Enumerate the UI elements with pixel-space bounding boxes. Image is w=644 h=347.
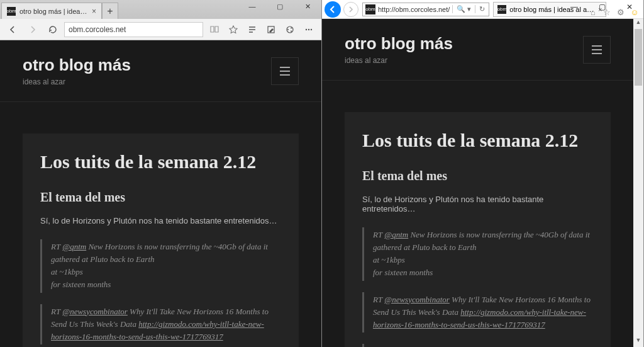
home-icon[interactable]: ⌂ xyxy=(588,7,598,17)
tweet-quote: RT @newsycombinator Why It'll Take New H… xyxy=(40,304,281,344)
forward-button[interactable] xyxy=(343,2,358,17)
page-content-left: otro blog más ideas al azar Los tuits de… xyxy=(0,40,321,347)
site-tagline: ideas al azar xyxy=(345,56,453,65)
site-tagline: ideas al azar xyxy=(23,77,131,86)
edge-window: obm otro blog más | ideas al × + — ▢ ✕ o… xyxy=(0,0,322,347)
svg-point-4 xyxy=(291,30,292,31)
ie-window: obm http://obm.corcoles.net/ 🔍▾ ↻ obm ot… xyxy=(322,0,644,347)
ie-titlebar: obm http://obm.corcoles.net/ 🔍▾ ↻ obm ot… xyxy=(322,0,643,19)
close-tab-icon[interactable]: × xyxy=(92,7,96,16)
site-header: otro blog más ideas al azar xyxy=(322,19,643,81)
svg-point-6 xyxy=(308,28,309,30)
post-lead: Sí, lo de Horizons y Plutón nos ha tenid… xyxy=(40,216,281,225)
tweet-handle[interactable]: @qntm xyxy=(384,230,408,239)
forward-button[interactable] xyxy=(24,21,42,38)
new-tab-button[interactable]: + xyxy=(102,3,118,19)
tools-icon[interactable]: ⚙ xyxy=(616,7,626,17)
tweet-handle[interactable]: @qntm xyxy=(62,242,86,251)
minimize-button[interactable]: — xyxy=(238,0,266,13)
menu-button[interactable] xyxy=(583,36,611,64)
address-text: obm.corcoles.net xyxy=(69,25,126,34)
more-icon[interactable] xyxy=(300,21,318,38)
window-controls: — ▢ ✕ xyxy=(238,0,321,13)
svg-point-2 xyxy=(287,29,289,30)
share-icon[interactable] xyxy=(281,21,299,38)
edge-titlebar: obm otro blog más | ideas al × + — ▢ ✕ xyxy=(0,0,321,19)
edge-tab-title: otro blog más | ideas al xyxy=(19,8,88,15)
tweet-handle[interactable]: @newsycombinator xyxy=(62,307,128,316)
edge-tab[interactable]: obm otro blog más | ideas al × xyxy=(1,3,102,19)
article: Los tuits de la semana 2.12 El tema del … xyxy=(345,112,611,347)
site-favicon: obm xyxy=(7,7,16,16)
site-favicon: obm xyxy=(365,4,375,14)
hub-icon[interactable] xyxy=(243,21,261,38)
minimize-button[interactable]: — xyxy=(560,0,588,14)
site-favicon: obm xyxy=(497,5,506,14)
feedback-icon[interactable]: ☺ xyxy=(630,7,640,17)
site-title[interactable]: otro blog más xyxy=(23,55,131,75)
scroll-thumb[interactable] xyxy=(635,29,642,86)
site-title[interactable]: otro blog más xyxy=(345,34,453,54)
refresh-icon[interactable]: ↻ xyxy=(475,5,489,13)
address-bar[interactable]: obm http://obm.corcoles.net/ 🔍▾ ↻ xyxy=(362,3,489,16)
ie-toolbar-icons: ⌂ ☆ ⚙ ☺ xyxy=(588,7,640,17)
scroll-track[interactable] xyxy=(633,29,643,337)
menu-button[interactable] xyxy=(271,57,299,85)
scroll-down-icon[interactable]: ▼ xyxy=(636,337,641,347)
favorites-icon[interactable]: ☆ xyxy=(602,7,612,17)
tweet-handle[interactable]: @newsycombinator xyxy=(384,295,450,304)
search-segment[interactable]: 🔍▾ xyxy=(452,5,475,13)
svg-point-5 xyxy=(306,28,307,30)
refresh-button[interactable] xyxy=(44,21,62,38)
post-subhead: El tema del mes xyxy=(40,190,281,205)
svg-point-7 xyxy=(311,28,312,30)
favorite-icon[interactable] xyxy=(225,21,242,38)
back-button[interactable] xyxy=(4,21,21,38)
edge-toolbar: obm.corcoles.net xyxy=(0,19,321,40)
tweet-quote: RT @newsycombinator Why It'll Take New H… xyxy=(362,292,593,333)
address-bar[interactable]: obm.corcoles.net xyxy=(64,22,203,37)
svg-point-3 xyxy=(291,27,292,28)
article: Los tuits de la semana 2.12 El tema del … xyxy=(23,134,299,347)
back-button[interactable] xyxy=(325,1,341,18)
scrollbar[interactable]: ▲ ▼ xyxy=(633,19,643,347)
webnote-icon[interactable] xyxy=(262,21,280,38)
maximize-button[interactable]: ▢ xyxy=(266,0,294,13)
address-text: http://obm.corcoles.net/ xyxy=(378,6,452,13)
post-title[interactable]: Los tuits de la semana 2.12 xyxy=(40,151,281,173)
close-window-button[interactable]: ✕ xyxy=(294,0,321,13)
post-subhead: El tema del mes xyxy=(362,169,593,183)
tweet-quote: RT @qntm New Horizons is now transferrin… xyxy=(40,239,281,293)
page-content-right: ▲ ▼ otro blog más ideas al azar Los tuit… xyxy=(322,19,643,347)
tweet-quote: RT @qntm New Horizons is now transferrin… xyxy=(362,227,593,281)
site-header: otro blog más ideas al azar xyxy=(0,40,321,102)
scroll-up-icon[interactable]: ▲ xyxy=(636,19,641,29)
reading-view-icon[interactable] xyxy=(206,21,223,38)
post-title[interactable]: Los tuits de la semana 2.12 xyxy=(362,130,593,151)
tweet-quote: RT @vruba One more thing. This mission –… xyxy=(362,344,593,347)
post-lead: Sí, lo de Horizons y Plutón nos ha tenid… xyxy=(362,195,593,213)
